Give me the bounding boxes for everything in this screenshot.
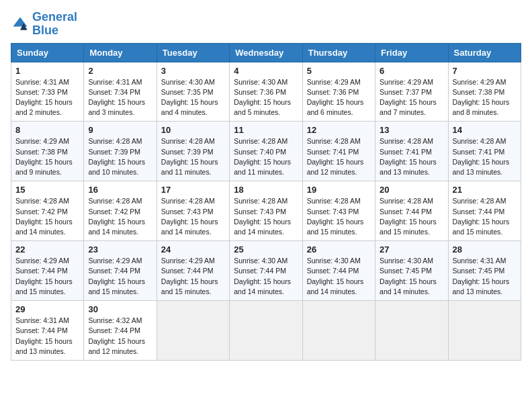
calendar-cell: 26Sunrise: 4:30 AMSunset: 7:44 PMDayligh… [302, 241, 375, 301]
calendar-cell: 3Sunrise: 4:30 AMSunset: 7:35 PMDaylight… [157, 62, 229, 122]
calendar-cell: 21Sunrise: 4:28 AMSunset: 7:44 PMDayligh… [448, 181, 521, 241]
day-number: 5 [307, 66, 371, 76]
cell-text: Sunrise: 4:28 AMSunset: 7:43 PMDaylight:… [161, 196, 225, 237]
col-header-thursday: Thursday [302, 43, 375, 62]
cell-text: Sunrise: 4:28 AMSunset: 7:42 PMDaylight:… [88, 196, 152, 237]
day-number: 29 [15, 304, 79, 314]
calendar-cell: 9Sunrise: 4:28 AMSunset: 7:39 PMDaylight… [84, 122, 157, 181]
calendar-cell: 8Sunrise: 4:29 AMSunset: 7:38 PMDaylight… [11, 122, 84, 181]
calendar-table: SundayMondayTuesdayWednesdayThursdayFrid… [11, 43, 521, 361]
calendar-cell: 17Sunrise: 4:28 AMSunset: 7:43 PMDayligh… [157, 181, 229, 241]
day-number: 21 [453, 185, 517, 195]
cell-text: Sunrise: 4:28 AMSunset: 7:44 PMDaylight:… [380, 196, 443, 237]
calendar-week-4: 22Sunrise: 4:29 AMSunset: 7:44 PMDayligh… [11, 241, 521, 301]
col-header-wednesday: Wednesday [230, 43, 302, 62]
day-number: 22 [15, 244, 79, 255]
calendar-cell: 7Sunrise: 4:29 AMSunset: 7:38 PMDaylight… [448, 62, 521, 122]
day-number: 17 [161, 185, 225, 195]
day-number: 27 [380, 244, 443, 255]
calendar-cell: 23Sunrise: 4:29 AMSunset: 7:44 PMDayligh… [84, 241, 157, 301]
cell-text: Sunrise: 4:30 AMSunset: 7:35 PMDaylight:… [161, 77, 225, 118]
col-header-tuesday: Tuesday [157, 43, 229, 62]
day-number: 13 [380, 125, 443, 135]
day-number: 11 [234, 125, 298, 135]
cell-text: Sunrise: 4:29 AMSunset: 7:44 PMDaylight:… [15, 256, 79, 297]
calendar-cell [230, 301, 302, 361]
header: General Blue [11, 11, 521, 38]
logo-text: General Blue [32, 11, 77, 38]
cell-text: Sunrise: 4:29 AMSunset: 7:38 PMDaylight:… [15, 136, 79, 177]
calendar-cell: 4Sunrise: 4:30 AMSunset: 7:36 PMDaylight… [230, 62, 302, 122]
calendar-week-1: 1Sunrise: 4:31 AMSunset: 7:33 PMDaylight… [11, 62, 521, 122]
calendar-cell: 5Sunrise: 4:29 AMSunset: 7:36 PMDaylight… [302, 62, 375, 122]
day-number: 12 [307, 125, 371, 135]
calendar-cell: 10Sunrise: 4:28 AMSunset: 7:39 PMDayligh… [157, 122, 229, 181]
cell-text: Sunrise: 4:32 AMSunset: 7:44 PMDaylight:… [88, 316, 152, 357]
cell-text: Sunrise: 4:31 AMSunset: 7:33 PMDaylight:… [15, 77, 79, 118]
col-header-sunday: Sunday [11, 43, 84, 62]
day-number: 16 [88, 185, 152, 195]
calendar-cell: 15Sunrise: 4:28 AMSunset: 7:42 PMDayligh… [11, 181, 84, 241]
day-number: 10 [161, 125, 225, 135]
calendar-cell: 11Sunrise: 4:28 AMSunset: 7:40 PMDayligh… [230, 122, 302, 181]
calendar-cell: 25Sunrise: 4:30 AMSunset: 7:44 PMDayligh… [230, 241, 302, 301]
calendar-cell [448, 301, 521, 361]
calendar-cell: 2Sunrise: 4:31 AMSunset: 7:34 PMDaylight… [84, 62, 157, 122]
cell-text: Sunrise: 4:29 AMSunset: 7:44 PMDaylight:… [88, 256, 152, 297]
cell-text: Sunrise: 4:31 AMSunset: 7:45 PMDaylight:… [453, 256, 517, 297]
day-number: 2 [88, 66, 152, 76]
calendar-cell [302, 301, 375, 361]
day-number: 14 [453, 125, 517, 135]
day-number: 28 [453, 244, 517, 255]
logo: General Blue [11, 11, 77, 38]
cell-text: Sunrise: 4:28 AMSunset: 7:43 PMDaylight:… [234, 196, 298, 237]
day-number: 18 [234, 185, 298, 195]
day-number: 8 [15, 125, 79, 135]
day-number: 7 [453, 66, 517, 76]
cell-text: Sunrise: 4:28 AMSunset: 7:39 PMDaylight:… [88, 136, 152, 177]
cell-text: Sunrise: 4:30 AMSunset: 7:36 PMDaylight:… [234, 77, 298, 118]
cell-text: Sunrise: 4:28 AMSunset: 7:41 PMDaylight:… [453, 136, 517, 177]
svg-marker-0 [13, 17, 28, 26]
day-number: 25 [234, 244, 298, 255]
day-number: 6 [380, 66, 443, 76]
day-number: 9 [88, 125, 152, 135]
cell-text: Sunrise: 4:30 AMSunset: 7:45 PMDaylight:… [380, 256, 443, 297]
calendar-cell: 28Sunrise: 4:31 AMSunset: 7:45 PMDayligh… [448, 241, 521, 301]
cell-text: Sunrise: 4:28 AMSunset: 7:39 PMDaylight:… [161, 136, 225, 177]
calendar-cell: 16Sunrise: 4:28 AMSunset: 7:42 PMDayligh… [84, 181, 157, 241]
cell-text: Sunrise: 4:28 AMSunset: 7:44 PMDaylight:… [453, 196, 517, 237]
calendar-cell [157, 301, 229, 361]
calendar-cell: 14Sunrise: 4:28 AMSunset: 7:41 PMDayligh… [448, 122, 521, 181]
day-number: 1 [15, 66, 79, 76]
logo-icon [11, 15, 30, 34]
cell-text: Sunrise: 4:29 AMSunset: 7:44 PMDaylight:… [161, 256, 225, 297]
cell-text: Sunrise: 4:29 AMSunset: 7:36 PMDaylight:… [307, 77, 371, 118]
day-number: 3 [161, 66, 225, 76]
calendar-cell: 13Sunrise: 4:28 AMSunset: 7:41 PMDayligh… [375, 122, 448, 181]
calendar-cell: 12Sunrise: 4:28 AMSunset: 7:41 PMDayligh… [302, 122, 375, 181]
calendar-week-5: 29Sunrise: 4:31 AMSunset: 7:44 PMDayligh… [11, 301, 521, 361]
calendar-week-3: 15Sunrise: 4:28 AMSunset: 7:42 PMDayligh… [11, 181, 521, 241]
day-number: 4 [234, 66, 298, 76]
day-number: 26 [307, 244, 371, 255]
day-number: 30 [88, 304, 152, 314]
calendar-cell: 18Sunrise: 4:28 AMSunset: 7:43 PMDayligh… [230, 181, 302, 241]
calendar-cell [375, 301, 448, 361]
cell-text: Sunrise: 4:29 AMSunset: 7:37 PMDaylight:… [380, 77, 443, 118]
cell-text: Sunrise: 4:31 AMSunset: 7:44 PMDaylight:… [15, 316, 79, 357]
day-number: 23 [88, 244, 152, 255]
calendar-cell: 27Sunrise: 4:30 AMSunset: 7:45 PMDayligh… [375, 241, 448, 301]
calendar-week-2: 8Sunrise: 4:29 AMSunset: 7:38 PMDaylight… [11, 122, 521, 181]
day-number: 15 [15, 185, 79, 195]
calendar-cell: 22Sunrise: 4:29 AMSunset: 7:44 PMDayligh… [11, 241, 84, 301]
cell-text: Sunrise: 4:28 AMSunset: 7:41 PMDaylight:… [307, 136, 371, 177]
cell-text: Sunrise: 4:30 AMSunset: 7:44 PMDaylight:… [307, 256, 371, 297]
calendar-cell: 20Sunrise: 4:28 AMSunset: 7:44 PMDayligh… [375, 181, 448, 241]
cell-text: Sunrise: 4:31 AMSunset: 7:34 PMDaylight:… [88, 77, 152, 118]
calendar-cell: 6Sunrise: 4:29 AMSunset: 7:37 PMDaylight… [375, 62, 448, 122]
cell-text: Sunrise: 4:28 AMSunset: 7:43 PMDaylight:… [307, 196, 371, 237]
col-header-monday: Monday [84, 43, 157, 62]
cell-text: Sunrise: 4:28 AMSunset: 7:42 PMDaylight:… [15, 196, 79, 237]
page-container: General Blue SundayMondayTuesdayWednesda… [11, 11, 521, 361]
